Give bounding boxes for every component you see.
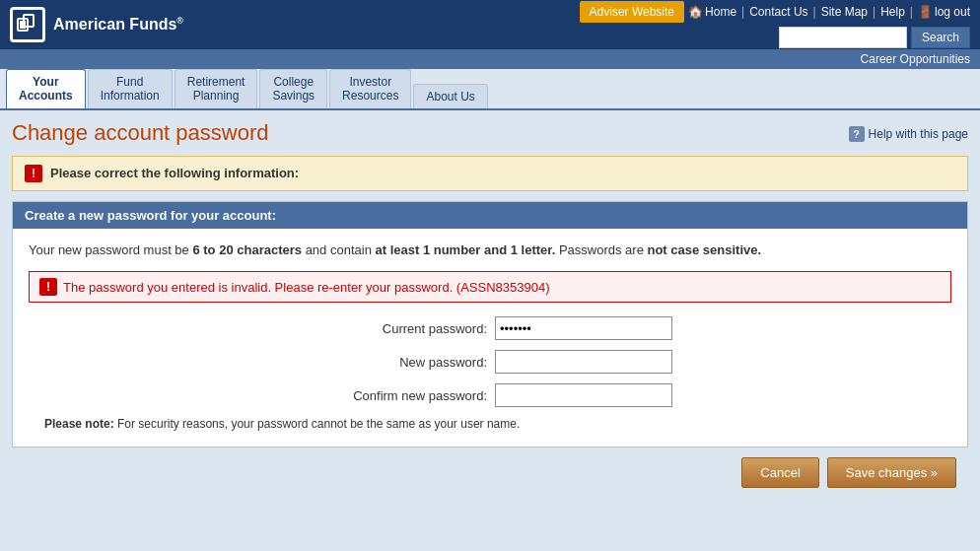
help-icon: ? bbox=[849, 126, 865, 142]
search-row: Search bbox=[779, 27, 970, 48]
inline-error: ! The password you entered is invalid. P… bbox=[29, 271, 951, 303]
please-note: Please note: For security reasons, your … bbox=[29, 417, 951, 431]
logout-link[interactable]: log out bbox=[935, 5, 970, 19]
logout-icon: 🚪 bbox=[918, 5, 933, 19]
please-note-text: For security reasons, your password cann… bbox=[114, 417, 521, 431]
nav-bar: YourAccounts FundInformation RetirementP… bbox=[0, 69, 980, 110]
page-title: Change account password bbox=[12, 120, 269, 146]
nav-item-retirement-planning[interactable]: RetirementPlanning bbox=[175, 69, 258, 108]
cancel-button[interactable]: Cancel bbox=[741, 457, 818, 488]
career-opportunities-link[interactable]: Career Opportunities bbox=[861, 52, 970, 66]
form-box-header: Create a new password for your account: bbox=[13, 202, 967, 229]
header-nav-links: 🏠 Home | Contact Us | Site Map | Help | … bbox=[688, 5, 970, 19]
error-banner-text: Please correct the following information… bbox=[50, 166, 299, 180]
nav-item-your-accounts[interactable]: YourAccounts bbox=[6, 69, 86, 108]
confirm-password-input[interactable] bbox=[495, 383, 672, 407]
logo-icon bbox=[10, 7, 45, 42]
current-password-input[interactable] bbox=[495, 316, 672, 340]
form-row-confirm-password: Confirm new password: bbox=[29, 383, 951, 407]
nav-item-fund-information[interactable]: FundInformation bbox=[88, 69, 173, 108]
help-with-page-label: Help with this page bbox=[869, 127, 968, 141]
password-rules: Your new password must be 6 to 20 charac… bbox=[29, 241, 951, 260]
home-icon: 🏠 bbox=[688, 5, 703, 19]
help-with-page-link[interactable]: ? Help with this page bbox=[849, 126, 968, 142]
nav-item-investor-resources[interactable]: InvestorResources bbox=[329, 69, 411, 108]
current-password-label: Current password: bbox=[308, 321, 495, 336]
sitemap-link[interactable]: Site Map bbox=[821, 5, 868, 19]
logo-brand-text: American Funds® bbox=[53, 16, 183, 34]
search-input[interactable] bbox=[779, 27, 907, 48]
adviser-website-button[interactable]: Adviser Website bbox=[580, 1, 684, 23]
logo-area: American Funds® bbox=[10, 7, 183, 42]
subheader: Career Opportunities bbox=[0, 49, 980, 69]
inline-error-text: The password you entered is invalid. Ple… bbox=[63, 280, 550, 295]
search-button[interactable]: Search bbox=[911, 27, 970, 48]
nav-item-about-us[interactable]: About Us bbox=[413, 84, 487, 108]
svg-rect-2 bbox=[20, 21, 26, 29]
please-note-bold: Please note: bbox=[44, 417, 114, 431]
inline-error-icon: ! bbox=[39, 278, 57, 296]
header-right: Adviser Website 🏠 Home | Contact Us | Si… bbox=[580, 1, 970, 48]
contact-link[interactable]: Contact Us bbox=[749, 5, 807, 19]
form-row-new-password: New password: bbox=[29, 350, 951, 374]
error-banner: ! Please correct the following informati… bbox=[12, 156, 968, 191]
home-link[interactable]: Home bbox=[705, 5, 736, 19]
new-password-label: New password: bbox=[308, 355, 495, 370]
page-header-row: Change account password ? Help with this… bbox=[12, 120, 968, 146]
nav-item-college-savings[interactable]: CollegeSavings bbox=[259, 69, 327, 108]
header: American Funds® Adviser Website 🏠 Home |… bbox=[0, 0, 980, 49]
error-banner-icon: ! bbox=[25, 165, 42, 182]
header-top-links: Adviser Website 🏠 Home | Contact Us | Si… bbox=[580, 1, 970, 23]
new-password-input[interactable] bbox=[495, 350, 672, 374]
form-row-current-password: Current password: bbox=[29, 316, 951, 340]
help-link[interactable]: Help bbox=[880, 5, 905, 19]
confirm-password-label: Confirm new password: bbox=[308, 388, 495, 403]
form-inner: Your new password must be 6 to 20 charac… bbox=[13, 241, 967, 432]
save-changes-button[interactable]: Save changes » bbox=[827, 457, 956, 488]
form-container: Create a new password for your account: … bbox=[12, 201, 968, 448]
button-row: Cancel Save changes » bbox=[12, 448, 968, 492]
main-content: Change account password ? Help with this… bbox=[0, 110, 980, 551]
